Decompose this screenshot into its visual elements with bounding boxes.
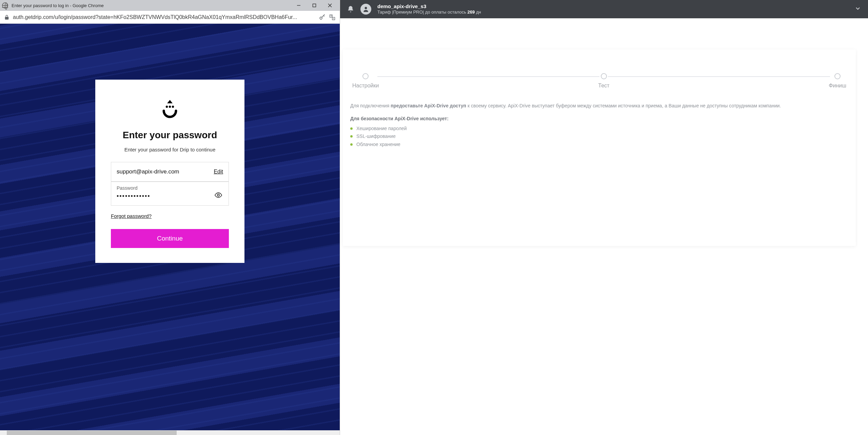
security-title: Для безопасности ApiX-Drive использует: — [350, 116, 848, 121]
chrome-window: Enter your password to log in - Google C… — [0, 0, 340, 435]
minimize-button[interactable] — [291, 0, 307, 11]
email-value: support@apix-drive.com — [117, 168, 179, 175]
translate-icon[interactable]: 文A — [329, 14, 336, 21]
tariff-line: Тариф |Премиум PRO| до оплаты осталось 2… — [377, 9, 848, 15]
avatar-icon[interactable] — [360, 4, 371, 15]
wizard-card: Настройки Тест Финиш Для подключения пре… — [343, 49, 856, 246]
address-bar: auth.getdrip.com/u/login/password?state=… — [0, 11, 340, 24]
svg-rect-1 — [313, 4, 316, 7]
login-subheading: Enter your password for Drip to continue — [111, 147, 229, 152]
step-test[interactable]: Тест — [598, 73, 609, 89]
window-titlebar: Enter your password to log in - Google C… — [0, 0, 340, 11]
svg-point-4 — [320, 17, 322, 19]
step-connector — [377, 76, 599, 77]
forgot-password-row: Forgot password? — [111, 213, 229, 219]
step-dot-icon — [834, 73, 841, 79]
close-button[interactable] — [322, 0, 338, 11]
svg-point-11 — [365, 7, 367, 9]
password-input[interactable] — [117, 193, 210, 200]
window-controls — [291, 0, 338, 11]
password-field-box[interactable]: Password — [111, 182, 229, 206]
list-item: Облачное хранение — [350, 141, 848, 149]
url-text[interactable]: auth.getdrip.com/u/login/password?state=… — [13, 14, 315, 20]
horizontal-scrollbar[interactable] — [0, 430, 340, 435]
apix-panel: demo_apix-drive_s3 Тариф |Премиум PRO| д… — [340, 0, 868, 435]
lock-icon — [4, 15, 9, 20]
svg-text:A: A — [333, 17, 334, 19]
password-label: Password — [117, 185, 210, 191]
email-display-box: support@apix-drive.com Edit — [111, 162, 229, 182]
step-label: Финиш — [829, 83, 846, 89]
list-item: Хеширование паролей — [350, 125, 848, 133]
maximize-button[interactable] — [307, 0, 322, 11]
drip-logo-icon — [111, 100, 229, 120]
user-name: demo_apix-drive_s3 — [377, 3, 848, 9]
edit-email-link[interactable]: Edit — [214, 169, 223, 175]
window-title: Enter your password to log in - Google C… — [12, 3, 291, 8]
globe-icon — [2, 2, 8, 8]
description-text: Для подключения предоставьте ApiX-Drive … — [350, 102, 848, 110]
login-heading: Enter your password — [111, 130, 229, 141]
step-dot-icon — [362, 73, 369, 79]
security-bullets: Хеширование паролей SSL-шифрование Облач… — [350, 125, 848, 149]
svg-point-7 — [166, 106, 168, 108]
step-label: Настройки — [352, 83, 379, 89]
wizard-steps: Настройки Тест Финиш — [352, 73, 846, 89]
forgot-password-link[interactable]: Forgot password? — [111, 213, 152, 219]
login-card: Enter your password Enter your password … — [95, 80, 244, 263]
list-item: SSL-шифрование — [350, 132, 848, 141]
svg-point-8 — [169, 106, 171, 108]
chevron-down-icon[interactable] — [854, 5, 861, 13]
svg-point-9 — [172, 106, 174, 108]
svg-point-10 — [217, 194, 219, 196]
show-password-icon[interactable] — [214, 190, 223, 200]
step-label: Тест — [598, 83, 609, 89]
right-content: Настройки Тест Финиш Для подключения пре… — [340, 18, 868, 435]
continue-button[interactable]: Continue — [111, 229, 229, 248]
svg-text:文: 文 — [330, 15, 332, 17]
step-dot-icon — [601, 73, 607, 79]
page-viewport: Enter your password Enter your password … — [0, 24, 340, 430]
top-bar: demo_apix-drive_s3 Тариф |Премиум PRO| д… — [340, 0, 868, 18]
password-key-icon[interactable] — [319, 14, 326, 21]
step-connector — [608, 76, 830, 77]
user-info[interactable]: demo_apix-drive_s3 Тариф |Премиум PRO| д… — [377, 3, 848, 15]
step-finish[interactable]: Финиш — [829, 73, 846, 89]
step-settings[interactable]: Настройки — [352, 73, 379, 89]
bell-icon[interactable] — [347, 5, 354, 13]
